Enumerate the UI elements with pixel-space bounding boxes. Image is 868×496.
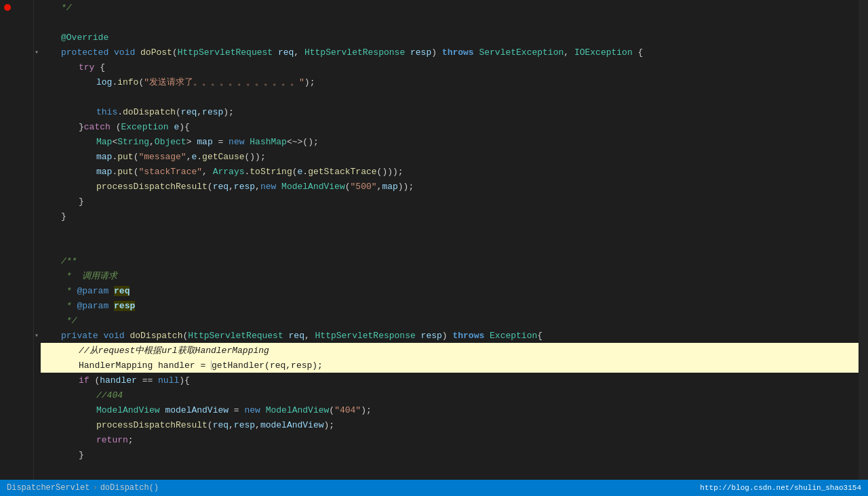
var-handler: handler [158, 360, 195, 371]
arg-req-3: req [270, 360, 285, 371]
arg-map: map [382, 182, 397, 192]
status-bar: DispatcherServlet › doDispatch() http://… [0, 480, 868, 496]
code-line-10: Map<String,Object> map = new HashMap<~>(… [41, 134, 859, 149]
comment-404: //404 [96, 390, 123, 400]
type-hashmap: HashMap [250, 137, 287, 147]
arg-req-4: req [213, 420, 229, 430]
keyword-if: if [79, 375, 90, 386]
breadcrumb-class: DispatcherServlet [7, 483, 90, 493]
javadoc-param-req: req [114, 286, 130, 296]
code-line-22: */ [41, 313, 859, 328]
gutter-line-26 [0, 373, 33, 388]
javadoc-open: /** [61, 256, 77, 266]
string-log-cn: "发送请求了。。。。。。。。。。。。" [144, 76, 304, 88]
keyword-throws-2: throws [452, 331, 484, 341]
str-message: "message" [138, 152, 186, 162]
gutter-line-17 [0, 239, 33, 253]
gutter-line-25 [0, 358, 33, 373]
comment-handler-mapping: //从request中根据url获取HandlerMapping [79, 344, 269, 356]
param-req-2: req [289, 331, 304, 341]
javadoc-param-tag-2: @param [77, 301, 108, 311]
type-modelandview-3: ModelAndView [266, 405, 330, 415]
gutter-line-29 [0, 417, 33, 432]
editor-container: ▾ ▾ [0, 0, 868, 496]
gutter-line-9 [0, 119, 33, 134]
code-area: ▾ ▾ [0, 0, 868, 480]
method-dodispatch-def: doDispatch [130, 331, 182, 341]
comment-end: */ [61, 3, 72, 13]
javadoc-param1-star: * [61, 286, 77, 296]
arg-resp-3: resp [291, 360, 312, 371]
gutter-line-30 [0, 432, 33, 447]
param-resp-1: resp [410, 47, 431, 58]
code-line-5: try { [41, 60, 859, 75]
gutter-line-4: ▾ [0, 45, 33, 60]
exc-ioexception: IOException [574, 47, 633, 58]
gutter-line-15 [0, 209, 33, 224]
code-line-31: } [41, 447, 859, 462]
method-processdispatchresult-1: processDispatchResult [96, 182, 208, 192]
method-processdispatchresult-2: processDispatchResult [96, 420, 208, 430]
gutter-line-22 [0, 313, 33, 328]
gutter-line-31 [0, 447, 33, 462]
gutter-line-11 [0, 149, 33, 164]
gutter-line-5 [0, 60, 33, 75]
line-gutter: ▾ ▾ [0, 0, 34, 480]
code-line-15: } [41, 209, 859, 224]
code-line-9: }catch (Exception e){ [41, 119, 859, 134]
method-dopost: doPost [140, 47, 172, 58]
breadcrumb-separator: › [92, 483, 97, 493]
code-line-3: @Override [41, 30, 859, 45]
code-line-11: map.put("message",e.getCause()); [41, 149, 859, 164]
fold-icon-dispatch[interactable]: ▾ [35, 331, 39, 339]
gutter-line-2 [0, 15, 33, 30]
gutter-line-16 [0, 224, 33, 239]
keyword-this-1: this [96, 107, 117, 117]
type-handlermapping: HandlerMapping [79, 360, 153, 371]
type-httpservletrequest-2: HttpServletRequest [188, 331, 283, 341]
arg-resp-1: resp [202, 107, 223, 117]
code-line-6: log.info("发送请求了。。。。。。。。。。。。"); [41, 75, 859, 89]
breakpoint-1 [4, 4, 11, 11]
gutter-line-7 [0, 89, 33, 104]
javadoc-close: */ [61, 316, 77, 326]
code-line-4: protected void doPost(HttpServletRequest… [41, 45, 859, 60]
code-line-14: } [41, 194, 859, 209]
fold-icon-method[interactable]: ▾ [35, 48, 39, 56]
gutter-line-12 [0, 164, 33, 179]
code-line-29: processDispatchResult(req,resp,modelAndV… [41, 417, 859, 432]
method-getcause: getCause [202, 152, 244, 162]
javadoc-param-tag-1: @param [77, 286, 108, 296]
var-e-1: e [174, 122, 179, 132]
keyword-private: private [61, 331, 98, 341]
var-map-3: map [96, 167, 112, 177]
keyword-protected: protected [61, 47, 108, 58]
type-httpservletresponse-2: HttpServletResponse [315, 331, 416, 341]
type-string-1: String [117, 137, 149, 147]
exc-servletexception: ServletException [479, 47, 564, 58]
var-e-2: e [191, 152, 197, 162]
code-line-17 [41, 239, 859, 253]
code-content[interactable]: */ @Override protected void doPost(HttpS… [34, 0, 859, 480]
type-modelandview-1: ModelAndView [281, 182, 345, 192]
csdn-url: http://blog.csdn.net/shulin_shao3154 [700, 484, 861, 492]
type-object: Object [155, 137, 186, 147]
code-line-25: HandlerMapping handler = getHandler(req,… [41, 358, 859, 373]
keyword-try: try [79, 62, 94, 73]
gutter-line-18 [0, 253, 33, 268]
keyword-new-3: new [244, 405, 260, 415]
code-line-20: * @param req [41, 283, 859, 298]
type-map: Map [96, 137, 112, 147]
javadoc-desc: * 调用请求 [61, 270, 117, 282]
gutter-line-8 [0, 104, 33, 119]
scrollbar-right[interactable] [859, 0, 868, 480]
method-put-1: put [117, 152, 133, 162]
breadcrumb: DispatcherServlet › doDispatch() [7, 483, 159, 493]
code-line-1: */ [41, 0, 859, 15]
gutter-line-19 [0, 268, 33, 283]
gutter-line-21 [0, 298, 33, 313]
javadoc-param-resp: resp [114, 301, 135, 311]
gutter-line-14 [0, 194, 33, 209]
var-e-3: e [298, 167, 303, 177]
code-line-18: /** [41, 253, 859, 268]
